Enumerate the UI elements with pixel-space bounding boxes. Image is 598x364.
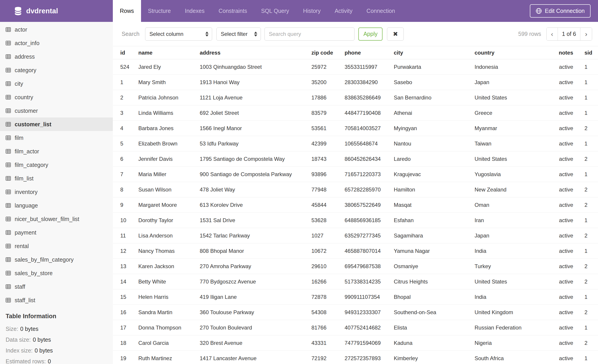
table-row[interactable]: 7Maria Miller900 Santiago de Compostela …: [113, 167, 598, 182]
sidebar-item-label: inventory: [15, 189, 37, 195]
cell-address: 692 Joliet Street: [200, 105, 311, 121]
table-row[interactable]: 9Margaret Moore613 Korolev Drive45844380…: [113, 197, 598, 213]
cell-address: 270 Toulon Boulevard: [200, 320, 311, 335]
cell-city: Athenai: [394, 105, 474, 121]
column-header-notes[interactable]: notes: [542, 46, 573, 59]
cell-country: Oman: [474, 197, 542, 212]
apply-button[interactable]: Apply: [358, 27, 382, 40]
sidebar-item-actor-info[interactable]: actor_info: [0, 36, 113, 50]
sidebar-item-payment[interactable]: payment: [0, 226, 113, 239]
tab-structure[interactable]: Structure: [141, 0, 178, 22]
tab-rows[interactable]: Rows: [113, 0, 141, 22]
cell-phone: 517338314235: [345, 274, 394, 289]
tab-connection[interactable]: Connection: [359, 0, 402, 22]
sidebar-item-film-actor[interactable]: film_actor: [0, 145, 113, 158]
sidebar-item-sales-by-film-category[interactable]: sales_by_film_category: [0, 253, 113, 266]
cell-notes: active: [542, 320, 573, 335]
cell-sid: 2: [573, 182, 598, 197]
table-row[interactable]: 2Patricia Johnson1121 Loja Avenue1788683…: [113, 90, 598, 105]
cell-city: San Bernardino: [394, 90, 474, 105]
cell-country: Myanmar: [474, 121, 542, 136]
clear-filter-button[interactable]: ✖: [387, 27, 404, 40]
sidebar-item-customer-list[interactable]: customer_list: [0, 118, 113, 131]
table-row[interactable]: 19Ruth Martinez1417 Lancaster Avenue7219…: [113, 351, 598, 364]
cell-id: 11: [120, 228, 138, 243]
table-row[interactable]: 5Elizabeth Brown53 Idfu Parkway423991065…: [113, 136, 598, 151]
table-row[interactable]: 15Helen Harris419 Iligan Lane72878990911…: [113, 289, 598, 305]
cell-notes: active: [542, 90, 573, 105]
cell-name: Mary Smith: [138, 75, 200, 90]
sidebar-item-film[interactable]: film: [0, 131, 113, 145]
cell-name: Sandra Martin: [138, 305, 200, 320]
column-header-country[interactable]: country: [474, 46, 542, 59]
cell-address: 1531 Sal Drive: [200, 213, 311, 228]
sidebar-item-film-list[interactable]: film_list: [0, 172, 113, 185]
sidebar-item-inventory[interactable]: inventory: [0, 185, 113, 199]
cell-id: 10: [120, 213, 138, 228]
column-header-id[interactable]: id: [120, 46, 138, 59]
tab-constraints[interactable]: Constraints: [212, 0, 254, 22]
table-information-fields: Size:0 bytesData size:0 bytesIndex size:…: [6, 324, 113, 364]
sidebar-item-category[interactable]: category: [0, 63, 113, 77]
table-row[interactable]: 18Carol Garcia320 Brest Avenue4333174779…: [113, 335, 598, 351]
cell-name: Susan Wilson: [138, 182, 200, 197]
sidebar-item-staff[interactable]: staff: [0, 280, 113, 293]
cell-address: 1566 Inegl Manor: [200, 121, 311, 136]
cell-zip-code: 35200: [311, 75, 345, 90]
cell-zip-code: 10672: [311, 243, 345, 259]
cell-country: New Zealand: [474, 182, 542, 197]
edit-connection-button[interactable]: Edit Connection: [530, 4, 590, 18]
cell-notes: active: [542, 151, 573, 166]
column-select[interactable]: Select column: [145, 27, 212, 40]
table-row[interactable]: 11Lisa Anderson1542 Tarlac Parkway102763…: [113, 228, 598, 243]
cell-address: 270 Amroha Parkway: [200, 259, 311, 274]
sidebar-item-language[interactable]: language: [0, 199, 113, 212]
filter-select[interactable]: Select filter: [216, 27, 261, 40]
column-header-phone[interactable]: phone: [345, 46, 394, 59]
table-row[interactable]: 8Susan Wilson478 Joliet Way7794865728228…: [113, 182, 598, 197]
sidebar-item-rental[interactable]: rental: [0, 239, 113, 253]
table-row[interactable]: 4Barbara Jones1566 Inegl Manor5356170581…: [113, 121, 598, 136]
table-row[interactable]: 12Nancy Thomas808 Bhopal Manor1067246588…: [113, 243, 598, 259]
table-row[interactable]: 10Dorothy Taylor1531 Sal Drive5362864885…: [113, 213, 598, 228]
tab-sql-query[interactable]: SQL Query: [254, 0, 296, 22]
next-page-button[interactable]: ›: [580, 28, 592, 40]
table-row[interactable]: 3Linda Williams692 Joliet Street83579448…: [113, 105, 598, 121]
sidebar-item-customer[interactable]: customer: [0, 104, 113, 118]
cell-name: Dorothy Taylor: [138, 213, 200, 228]
table-row[interactable]: 14Betty White770 Bydgoszcz Avenue1626651…: [113, 274, 598, 289]
column-header-zip-code[interactable]: zip code: [311, 46, 345, 59]
cell-phone: 648856936185: [345, 213, 394, 228]
search-label: Search: [122, 31, 140, 37]
table-row[interactable]: 17Donna Thompson270 Toulon Boulevard8176…: [113, 320, 598, 335]
search-query-input[interactable]: [265, 27, 355, 40]
cell-id: 19: [120, 351, 138, 364]
table-row[interactable]: 1Mary Smith1913 Hanoi Way352002830338429…: [113, 75, 598, 90]
cell-id: 7: [120, 167, 138, 182]
tab-activity[interactable]: Activity: [328, 0, 359, 22]
tab-history[interactable]: History: [296, 0, 328, 22]
sidebar-item-staff-list[interactable]: staff_list: [0, 293, 113, 307]
cell-address: 1542 Tarlac Parkway: [200, 228, 311, 243]
prev-page-button[interactable]: ‹: [547, 28, 558, 40]
cell-phone: 407752414682: [345, 320, 394, 335]
column-header-city[interactable]: city: [394, 46, 474, 59]
sidebar-item-sales-by-store[interactable]: sales_by_store: [0, 266, 113, 280]
sidebar-item-nicer-but-slower-film-list[interactable]: nicer_but_slower_film_list: [0, 212, 113, 226]
table-row[interactable]: 524Jared Ely1003 Qinhuangdao Street25972…: [113, 59, 598, 75]
cell-city: Esfahan: [394, 213, 474, 228]
column-header-name[interactable]: name: [138, 46, 200, 59]
cell-zip-code: 43331: [311, 335, 345, 350]
column-header-sid[interactable]: sid: [573, 46, 598, 59]
sidebar-item-city[interactable]: city: [0, 77, 113, 90]
table-row[interactable]: 16Sandra Martin360 Toulouse Parkway54308…: [113, 305, 598, 320]
sidebar-item-film-category[interactable]: film_category: [0, 158, 113, 172]
column-header-address[interactable]: address: [200, 46, 311, 59]
sidebar-item-country[interactable]: country: [0, 90, 113, 104]
sidebar-item-address[interactable]: address: [0, 50, 113, 63]
table-row[interactable]: 6Jennifer Davis1795 Santiago de Composte…: [113, 151, 598, 167]
table-row[interactable]: 13Karen Jackson270 Amroha Parkway2961069…: [113, 259, 598, 274]
tab-indexes[interactable]: Indexes: [178, 0, 212, 22]
sidebar-item-label: staff: [15, 283, 25, 290]
sidebar-item-actor[interactable]: actor: [0, 23, 113, 36]
